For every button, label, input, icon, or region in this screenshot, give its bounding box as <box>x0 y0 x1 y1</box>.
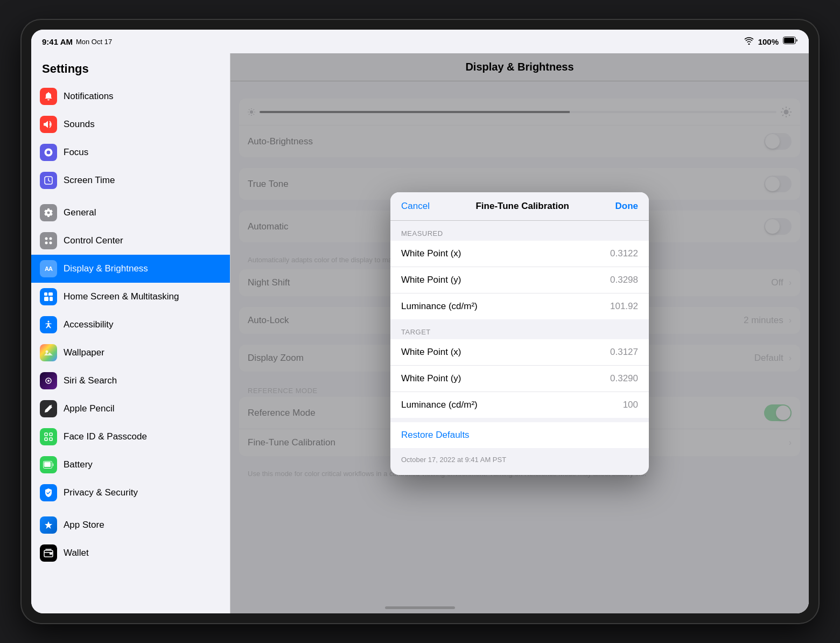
ipad-screen: 9:41 AM Mon Oct 17 100% <box>31 30 809 613</box>
accessibility-label: Accessibility <box>64 319 114 330</box>
battery-percentage: 100% <box>758 37 779 46</box>
modal-done-button[interactable]: Done <box>615 201 638 212</box>
sidebar-item-face-id[interactable]: Face ID & Passcode <box>31 423 230 451</box>
restore-defaults-group: Restore Defaults <box>390 422 649 448</box>
target-white-point-y-value: 0.3290 <box>610 373 638 384</box>
target-white-point-x-row: White Point (x) 0.3127 <box>390 339 649 366</box>
svg-rect-18 <box>50 438 52 441</box>
svg-rect-16 <box>50 433 52 436</box>
modal-header: Cancel Fine-Tune Calibration Done <box>390 192 649 221</box>
battery-sidebar-icon <box>40 456 57 473</box>
privacy-security-icon <box>40 484 57 501</box>
sidebar-item-screen-time[interactable]: Screen Time <box>31 166 230 194</box>
sidebar-item-accessibility[interactable]: Accessibility <box>31 311 230 339</box>
target-luminance-row: Luminance (cd/m²) 100 <box>390 392 649 418</box>
display-brightness-label: Display & Brightness <box>64 263 148 274</box>
general-icon <box>40 204 57 221</box>
wifi-icon <box>744 37 754 46</box>
battery-icon <box>783 37 798 46</box>
svg-rect-8 <box>48 292 53 296</box>
sidebar-item-sounds[interactable]: Sounds <box>31 110 230 138</box>
siri-icon <box>40 372 57 389</box>
sidebar-item-wallet[interactable]: Wallet <box>31 539 230 567</box>
svg-rect-9 <box>44 297 48 301</box>
ipad-frame: 9:41 AM Mon Oct 17 100% <box>22 20 818 623</box>
accessibility-icon <box>40 316 57 333</box>
measured-white-point-x-row: White Point (x) 0.3122 <box>390 241 649 267</box>
modal-body: MEASURED White Point (x) 0.3122 White Po… <box>390 221 649 475</box>
svg-rect-20 <box>44 462 51 467</box>
restore-defaults-button[interactable]: Restore Defaults <box>390 422 649 448</box>
target-section-label: TARGET <box>390 319 649 339</box>
svg-point-6 <box>50 242 52 244</box>
calibration-timestamp: October 17, 2022 at 9:41 AM PST <box>401 456 506 464</box>
sidebar[interactable]: Settings Notifications <box>31 53 230 613</box>
measured-white-point-y-value: 0.3298 <box>610 275 638 285</box>
sidebar-title: Settings <box>31 53 230 82</box>
sounds-icon <box>40 116 57 133</box>
measured-white-point-x-label: White Point (x) <box>401 248 461 259</box>
measured-white-point-y-label: White Point (y) <box>401 275 461 285</box>
face-id-label: Face ID & Passcode <box>64 431 147 442</box>
wallpaper-label: Wallpaper <box>64 347 104 358</box>
fine-tune-modal: Cancel Fine-Tune Calibration Done MEASUR… <box>390 192 649 475</box>
target-luminance-label: Luminance (cd/m²) <box>401 400 478 410</box>
status-bar: 9:41 AM Mon Oct 17 100% <box>31 30 809 53</box>
sidebar-item-control-center[interactable]: Control Center <box>31 227 230 255</box>
sidebar-item-wallpaper[interactable]: Wallpaper <box>31 339 230 367</box>
status-date: Mon Oct 17 <box>76 38 112 46</box>
modal-title: Fine-Tune Calibration <box>475 201 569 212</box>
notifications-label: Notifications <box>64 91 114 102</box>
measured-luminance-row: Luminance (cd/m²) 101.92 <box>390 293 649 319</box>
target-white-point-x-value: 0.3127 <box>610 347 638 358</box>
siri-label: Siri & Search <box>64 375 117 386</box>
svg-point-14 <box>47 380 50 382</box>
focus-label: Focus <box>64 147 88 158</box>
privacy-security-label: Privacy & Security <box>64 487 138 498</box>
sidebar-item-siri-search[interactable]: Siri & Search <box>31 367 230 395</box>
sidebar-item-focus[interactable]: Focus <box>31 138 230 166</box>
screen-time-icon <box>40 172 57 189</box>
svg-rect-7 <box>44 292 47 296</box>
sidebar-item-app-store[interactable]: App Store <box>31 511 230 539</box>
screen-time-label: Screen Time <box>64 175 115 186</box>
sidebar-item-apple-pencil[interactable]: Apple Pencil <box>31 395 230 423</box>
home-screen-label: Home Screen & Multitasking <box>64 291 179 302</box>
sidebar-item-general[interactable]: General <box>31 199 230 227</box>
measured-section-label: MEASURED <box>390 221 649 241</box>
svg-point-12 <box>46 351 48 353</box>
modal-footer: October 17, 2022 at 9:41 AM PST <box>390 448 649 475</box>
svg-point-5 <box>45 242 48 244</box>
face-id-icon <box>40 428 57 445</box>
svg-rect-1 <box>784 38 794 43</box>
sidebar-item-home-screen[interactable]: Home Screen & Multitasking <box>31 283 230 311</box>
sidebar-item-notifications[interactable]: Notifications <box>31 82 230 110</box>
sidebar-item-display-brightness[interactable]: AA Display & Brightness <box>31 255 230 283</box>
sidebar-item-battery[interactable]: Battery <box>31 451 230 479</box>
main-area: Settings Notifications <box>31 53 809 613</box>
target-group: White Point (x) 0.3127 White Point (y) 0… <box>390 339 649 418</box>
home-screen-icon <box>40 288 57 305</box>
measured-white-point-x-value: 0.3122 <box>610 248 638 259</box>
display-brightness-icon: AA <box>40 260 57 277</box>
control-center-icon <box>40 232 57 249</box>
measured-luminance-value: 101.92 <box>610 301 638 312</box>
svg-rect-17 <box>45 438 47 441</box>
target-luminance-value: 100 <box>623 400 638 410</box>
svg-point-3 <box>45 237 48 240</box>
sounds-label: Sounds <box>64 119 95 130</box>
sidebar-item-privacy-security[interactable]: Privacy & Security <box>31 479 230 507</box>
apple-pencil-icon <box>40 400 57 417</box>
wallet-icon <box>40 544 57 562</box>
modal-overlay: Cancel Fine-Tune Calibration Done MEASUR… <box>230 53 809 613</box>
target-white-point-x-label: White Point (x) <box>401 347 461 358</box>
wallet-label: Wallet <box>64 548 89 558</box>
control-center-label: Control Center <box>64 235 123 246</box>
target-white-point-y-label: White Point (y) <box>401 373 461 384</box>
general-label: General <box>64 207 96 218</box>
modal-cancel-button[interactable]: Cancel <box>401 201 430 212</box>
app-store-label: App Store <box>64 520 104 530</box>
status-right: 100% <box>744 37 798 46</box>
battery-label: Battery <box>64 459 93 470</box>
svg-point-4 <box>50 237 52 240</box>
